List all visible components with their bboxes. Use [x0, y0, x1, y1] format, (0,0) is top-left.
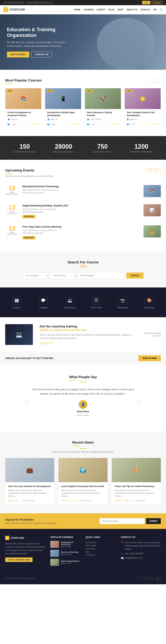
contact-button[interactable]: CONTACT US [31, 52, 52, 58]
events-view-more[interactable]: VIEW MORE [145, 168, 161, 172]
newsletter-email-input[interactable] [100, 518, 145, 524]
event-day-2: 13 [5, 204, 19, 210]
news-card-3[interactable]: 🎨 Tricks and Tips for Adobe Photoshop Mo… [112, 458, 161, 505]
news-card-2[interactable]: 🌍 Learn English Connected with the world… [58, 458, 108, 505]
search-icon[interactable]: 🔍 [160, 8, 163, 11]
event-day-1: 15 [5, 185, 19, 191]
top-bar-contact: Call: (+01) 234 456 7890 Email: hello@yo… [3, 2, 52, 4]
testimonial-text: "Trest tirem puncbvy inflie grab uu a wa… [31, 387, 135, 396]
testimonial-prev[interactable]: ‹ [24, 399, 30, 404]
course-card-3[interactable]: FREE 🚀 How to Become a Startup Founder 👤… [85, 88, 121, 128]
course-instructor-3: 👤 Jessica Murphy [87, 118, 102, 120]
course-title-4: Your Complete Guide to Self Development [127, 111, 159, 117]
course-students-3: 👥 1 📖 1 [87, 123, 95, 125]
course-badge-4: FREE [126, 90, 132, 92]
event-time-1: May 15 @ 12:00 am - May 15 @ 11:58 pm [22, 189, 140, 192]
nav-courses[interactable]: COURSES [84, 8, 94, 11]
nav-home[interactable]: HOME [74, 8, 80, 11]
webdesign-icon: 🎨 [145, 296, 154, 305]
coaching-link[interactable]: VIEW DETAILS [40, 342, 53, 344]
nav-hr[interactable]: HR [154, 8, 157, 11]
category-webdesign[interactable]: 🎨 Web Design [138, 296, 161, 308]
nav-blog[interactable]: BLOG [108, 8, 115, 11]
courses-grid: FREE 📚 French for Beginners to Advanced … [5, 88, 161, 128]
event-date-3: 13 APRIL SATURDAY [5, 225, 19, 236]
news-date-3: JANUARY 12, 2017 [115, 500, 130, 502]
category-photography[interactable]: 📷 Photography [111, 296, 134, 308]
nav-contact[interactable]: CONTACT [140, 8, 151, 11]
footer-course-info-1: Starting Bitcoin Investorson April 14, 2… [61, 541, 80, 548]
footer-course-1[interactable]: Starting Bitcoin Investorson April 14, 2… [50, 541, 80, 548]
footer-link-2[interactable]: Test Yourself [86, 544, 116, 547]
courses-button[interactable]: OUR COURSES [7, 52, 29, 58]
category-language[interactable]: 💬 Language [32, 296, 55, 308]
nav-arrows: ‹ › [150, 79, 161, 84]
search-category-select[interactable]: All Categories Business Language Program… [22, 272, 48, 279]
stat-countries-number: 150 [5, 143, 44, 150]
nav-events[interactable]: EVENTS [97, 8, 105, 11]
category-webdesign-label: Web Design [144, 306, 155, 308]
course-card-4[interactable]: FREE 🌟 Your Complete Guide to Self Devel… [125, 88, 161, 128]
news-date-2: JANUARY 12, 2017 [61, 500, 76, 502]
popular-courses-section: Most Popular Courses ‹ › FREE 📚 French f… [0, 70, 166, 136]
next-arrow[interactable]: › [156, 79, 161, 84]
news-excerpt-2: Morease ipsum dolor sit amet oienc feird… [61, 489, 105, 498]
course-badge-3: FREE [86, 90, 93, 92]
cta-signup-button[interactable]: SIGN UP NOW [138, 355, 161, 361]
search-keyword-input[interactable] [78, 272, 125, 279]
course-info-4: Your Complete Guide to Self Development … [125, 109, 161, 127]
coaching-content: Get the coaching training 1000s of onlin… [40, 325, 135, 344]
event-month-3: APRIL [5, 232, 19, 234]
stat-courses-number: 1200 [122, 143, 161, 150]
footer-course-3[interactable]: Eight Fundamentals of April 14, 2017 [50, 559, 80, 566]
news-title-3: Tricks and Tips for Adobe Photoshop [115, 485, 158, 488]
news-date-1: APRIL 9, 2017 [8, 500, 19, 502]
course-thumb-2: FREE 📱 [45, 88, 81, 109]
twitter-icon[interactable]: t [144, 576, 148, 581]
footer-link-1[interactable]: Get Courses [86, 541, 116, 544]
course-card-2[interactable]: FREE 📱 Introduction to Mobile Apps Devel… [45, 88, 81, 128]
nav-shop[interactable]: SHOP [117, 8, 123, 11]
event-weekday-3: SATURDAY [5, 234, 19, 236]
footer-about-text: We offer 24/7 customer support to all ou… [5, 542, 45, 555]
footer-start-btn[interactable]: START LEARNING NOW [5, 558, 32, 562]
category-business[interactable]: 🏢 Business [5, 296, 28, 308]
register-button[interactable]: Register [152, 1, 163, 4]
event-register-2[interactable]: REGISTER [22, 215, 35, 218]
login-button[interactable]: Login [142, 1, 150, 4]
news-card-1[interactable]: 💼 Your one stop Solution for Development… [5, 458, 54, 505]
search-submit-button[interactable]: SEARCH [126, 272, 144, 278]
category-programming[interactable]: 💻 Programming [58, 296, 81, 308]
footer-link-5[interactable]: Contact Us [86, 553, 116, 556]
testimonial-author: 👤 David Mose Senior Leader [31, 400, 135, 416]
facebook-icon[interactable]: f [137, 576, 142, 581]
event-title-3: Free Yoga Class at Every Morning [22, 225, 140, 228]
event-month-1: MAY [5, 191, 19, 193]
prev-arrow[interactable]: ‹ [150, 79, 155, 84]
footer-course-2[interactable]: Become a Photoshop April 14, 2017 [50, 550, 80, 557]
logo[interactable]: S STUDYLMS [3, 7, 25, 12]
footer-contact-col: CONTACT US 📍 If you need to contact us f… [121, 536, 161, 568]
news-thumb-2: 🌍 [58, 458, 108, 482]
nav-about[interactable]: ABOUT US [126, 8, 137, 11]
news-thumb-3: 🎨 [112, 458, 161, 482]
category-film[interactable]: 🎬 Film & Video [85, 296, 108, 308]
news-title-1: Your one stop Solution for Development [8, 485, 51, 488]
event-item-1: 15 MAY WEDNESDAY Educational School Tech… [5, 182, 161, 201]
event-details-3: Free Yoga Class at Every Morning April 1… [22, 225, 140, 239]
googleplus-icon[interactable]: g+ [156, 576, 161, 581]
events-title-wrap: Upcoming Events Recent and upcoming educ… [5, 168, 53, 178]
testimonial-next[interactable]: › [136, 399, 142, 404]
footer-link-4[interactable]: Blog [86, 550, 116, 553]
events-section: Upcoming Events Recent and upcoming educ… [0, 160, 166, 252]
news-body-3: Tricks and Tips for Adobe Photoshop More… [112, 482, 161, 505]
event-register-3[interactable]: REGISTER [22, 236, 35, 239]
footer-link-3[interactable]: Community [86, 547, 116, 550]
course-rating-4: ★★★★★ [151, 123, 159, 125]
linkedin-icon[interactable]: in [150, 576, 155, 581]
search-instructor-select[interactable]: All Instructors StudyLms Jessica Murphy [50, 272, 76, 279]
footer-courses-col: POPULAR COURSES Starting Bitcoin Investo… [50, 536, 80, 568]
news-subtitle: Share your work to collaborate with othe… [5, 451, 161, 453]
newsletter-submit-button[interactable]: SUBMIT [146, 518, 161, 524]
course-card-1[interactable]: FREE 📚 French for Beginners to Advanced … [5, 88, 41, 128]
